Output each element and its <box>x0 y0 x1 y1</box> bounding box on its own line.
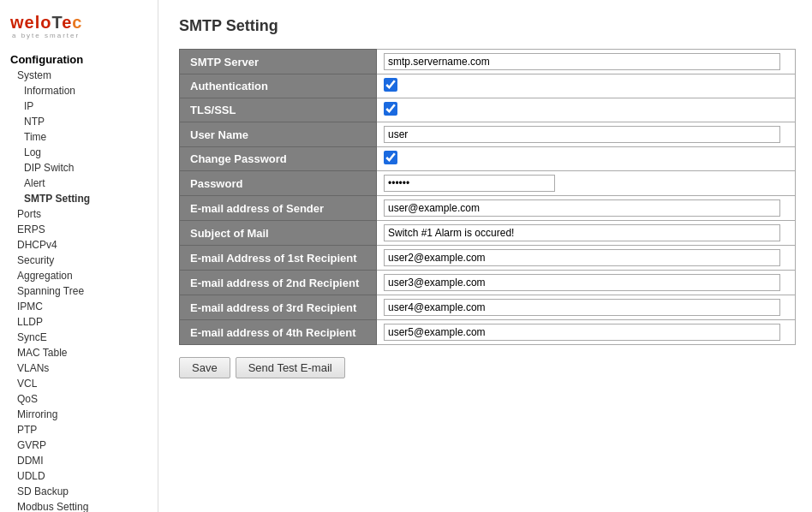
nav-item-mirroring[interactable]: Mirroring <box>0 407 158 422</box>
nav-item-security[interactable]: Security <box>0 253 158 268</box>
button-row: Save Send Test E-mail <box>179 357 791 378</box>
field-label-smtp-server: SMTP Server <box>180 50 377 74</box>
form-row-authentication: Authentication <box>180 74 796 98</box>
nav-item-ptp[interactable]: PTP <box>0 422 158 438</box>
recipient2-input[interactable] <box>384 274 780 291</box>
form-row-sender-email: E-mail address of Sender <box>180 196 796 221</box>
field-value-recipient2 <box>377 271 796 295</box>
nav-item-gvrp[interactable]: GVRP <box>0 438 158 453</box>
nav-item-aggregation[interactable]: Aggregation <box>0 268 158 283</box>
field-label-tls-ssl: TLS/SSL <box>180 98 377 122</box>
field-value-password <box>377 171 796 196</box>
nav-item-system[interactable]: System <box>0 68 158 83</box>
nav-section-configuration: Configuration <box>0 50 158 68</box>
field-value-tls-ssl <box>377 98 796 122</box>
nav-item-ip[interactable]: IP <box>0 98 158 114</box>
authentication-checkbox[interactable] <box>384 78 397 92</box>
form-row-subject-mail: Subject of Mail <box>180 221 796 246</box>
nav-item-log[interactable]: Log <box>0 145 158 160</box>
sender-email-input[interactable] <box>384 199 780 217</box>
tls-ssl-checkbox[interactable] <box>384 102 397 116</box>
nav-item-vlans[interactable]: VLANs <box>0 360 158 376</box>
field-value-subject-mail <box>377 221 796 246</box>
nav-item-synce[interactable]: SyncE <box>0 330 158 345</box>
nav-item-ports[interactable]: Ports <box>0 206 158 222</box>
nav-item-erps[interactable]: ERPS <box>0 222 158 237</box>
subject-mail-input[interactable] <box>384 224 780 241</box>
field-value-sender-email <box>377 196 796 221</box>
password-input[interactable] <box>384 175 555 192</box>
nav-item-dip-switch[interactable]: DIP Switch <box>0 160 158 176</box>
nav-item-qos[interactable]: QoS <box>0 391 158 407</box>
field-value-recipient3 <box>377 295 796 320</box>
nav-item-lldp[interactable]: LLDP <box>0 314 158 330</box>
recipient4-input[interactable] <box>384 324 780 341</box>
field-value-recipient1 <box>377 246 796 271</box>
sidebar-nav: ConfigurationSystemInformationIPNTPTimeL… <box>0 50 158 512</box>
form-row-user-name: User Name <box>180 122 796 147</box>
nav-item-alert[interactable]: Alert <box>0 176 158 191</box>
field-label-recipient4: E-mail address of 4th Recipient <box>180 320 377 345</box>
nav-item-spanning-tree[interactable]: Spanning Tree <box>0 283 158 299</box>
user-name-input[interactable] <box>384 126 780 143</box>
smtp-server-input[interactable] <box>384 53 780 70</box>
form-row-recipient2: E-mail address of 2nd Recipient <box>180 271 796 295</box>
nav-item-udld[interactable]: UDLD <box>0 468 158 484</box>
nav-item-ntp[interactable]: NTP <box>0 114 158 129</box>
nav-item-information[interactable]: Information <box>0 83 158 98</box>
nav-item-ipmc[interactable]: IPMC <box>0 299 158 314</box>
nav-item-modbus-setting[interactable]: Modbus Setting <box>0 499 158 512</box>
field-value-user-name <box>377 122 796 147</box>
field-label-change-password: Change Password <box>180 147 377 171</box>
field-label-recipient2: E-mail address of 2nd Recipient <box>180 271 377 295</box>
recipient1-input[interactable] <box>384 249 780 266</box>
form-row-recipient1: E-mail Address of 1st Recipient <box>180 246 796 271</box>
nav-item-ddmi[interactable]: DDMI <box>0 453 158 468</box>
sidebar: weloTec a byte smarter ConfigurationSyst… <box>0 0 158 512</box>
form-row-change-password: Change Password <box>180 147 796 171</box>
brand-name: weloTec <box>10 14 147 31</box>
field-value-change-password <box>377 147 796 171</box>
nav-item-mac-table[interactable]: MAC Table <box>0 345 158 360</box>
send-test-email-button[interactable]: Send Test E-mail <box>236 357 345 378</box>
form-row-tls-ssl: TLS/SSL <box>180 98 796 122</box>
form-row-smtp-server: SMTP Server <box>180 50 796 74</box>
field-label-authentication: Authentication <box>180 74 377 98</box>
logo-area: weloTec a byte smarter <box>0 7 158 50</box>
change-password-checkbox[interactable] <box>384 151 397 164</box>
field-value-authentication <box>377 74 796 98</box>
main-content: SMTP Setting SMTP ServerAuthenticationTL… <box>158 0 812 512</box>
field-value-recipient4 <box>377 320 796 345</box>
field-label-subject-mail: Subject of Mail <box>180 221 377 246</box>
field-label-password: Password <box>180 171 377 196</box>
field-label-recipient3: E-mail address of 3rd Recipient <box>180 295 377 320</box>
save-button[interactable]: Save <box>179 357 230 378</box>
nav-item-vcl[interactable]: VCL <box>0 376 158 391</box>
nav-item-time[interactable]: Time <box>0 129 158 145</box>
recipient3-input[interactable] <box>384 299 780 316</box>
form-row-recipient3: E-mail address of 3rd Recipient <box>180 295 796 320</box>
nav-item-sd-backup[interactable]: SD Backup <box>0 484 158 499</box>
form-row-password: Password <box>180 171 796 196</box>
form-row-recipient4: E-mail address of 4th Recipient <box>180 320 796 345</box>
field-label-user-name: User Name <box>180 122 377 147</box>
nav-item-dhcpv4[interactable]: DHCPv4 <box>0 237 158 253</box>
page-title: SMTP Setting <box>179 17 791 35</box>
tagline: a byte smarter <box>12 32 80 39</box>
field-value-smtp-server <box>377 50 796 74</box>
nav-item-smtp-setting[interactable]: SMTP Setting <box>0 191 158 206</box>
field-label-recipient1: E-mail Address of 1st Recipient <box>180 246 377 271</box>
field-label-sender-email: E-mail address of Sender <box>180 196 377 221</box>
smtp-form-table: SMTP ServerAuthenticationTLS/SSLUser Nam… <box>179 49 796 345</box>
